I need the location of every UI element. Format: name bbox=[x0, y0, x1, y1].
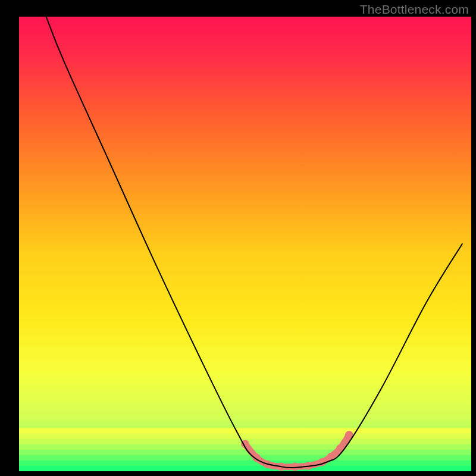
svg-rect-5 bbox=[19, 455, 471, 461]
svg-rect-4 bbox=[19, 450, 471, 456]
svg-rect-0 bbox=[19, 428, 471, 434]
svg-rect-6 bbox=[19, 461, 471, 466]
bottom-bands bbox=[19, 428, 471, 471]
chart-frame: TheBottleneck.com bbox=[0, 0, 476, 476]
svg-rect-1 bbox=[19, 433, 471, 439]
bottleneck-chart bbox=[0, 0, 476, 476]
frame-mask bbox=[0, 471, 476, 476]
frame-mask bbox=[471, 0, 476, 476]
watermark-label: TheBottleneck.com bbox=[360, 2, 469, 17]
plot-background bbox=[19, 17, 471, 471]
svg-rect-7 bbox=[19, 466, 471, 472]
frame-mask bbox=[0, 0, 19, 476]
svg-point-12 bbox=[291, 463, 299, 471]
